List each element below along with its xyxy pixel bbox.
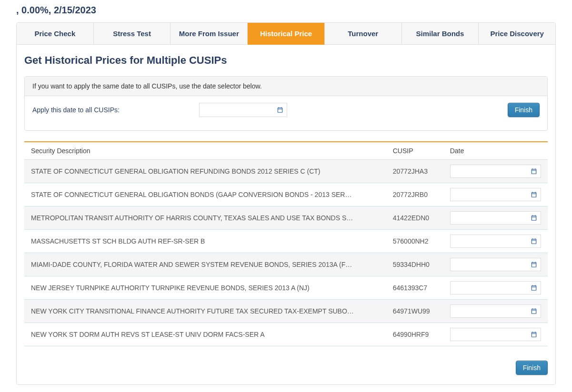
row-date-input[interactable]	[450, 258, 541, 271]
cusip-value: 6461393C7	[386, 276, 443, 300]
tab-panel: Price CheckStress TestMore From IssuerHi…	[16, 22, 556, 385]
page-title: , 0.00%, 2/15/2023	[16, 5, 556, 16]
tab-more-from-issuer[interactable]: More From Issuer	[171, 23, 248, 45]
row-date-wrap	[450, 165, 541, 178]
row-date-wrap	[450, 304, 541, 318]
col-header-description: Security Description	[24, 142, 386, 160]
cusip-value: 64990HRF9	[386, 323, 443, 346]
row-date-input[interactable]	[450, 211, 541, 225]
cusip-value: 41422EDN0	[386, 206, 443, 230]
col-header-date: Date	[443, 142, 548, 160]
finish-button-bottom[interactable]: Finish	[516, 361, 548, 375]
row-date-input[interactable]	[450, 304, 541, 318]
tab-price-check[interactable]: Price Check	[17, 23, 94, 45]
row-date-input[interactable]	[450, 328, 541, 341]
col-header-cusip: CUSIP	[386, 142, 443, 160]
security-description: NEW YORK ST DORM AUTH REVS ST LEASE-ST U…	[31, 331, 355, 338]
tab-row: Price CheckStress TestMore From IssuerHi…	[17, 23, 555, 45]
apply-date-input[interactable]	[199, 103, 287, 117]
row-date-wrap	[450, 235, 541, 248]
row-date-input[interactable]	[450, 281, 541, 294]
row-date-input[interactable]	[450, 188, 541, 201]
cusip-table: Security Description CUSIP Date STATE OF…	[24, 141, 548, 346]
security-description: METROPOLITAN TRANSIT AUTHORITY OF HARRIS…	[31, 214, 355, 222]
finish-button-top[interactable]: Finish	[508, 103, 540, 117]
table-row: STATE OF CONNECTICUT GENERAL OBLIGATION …	[24, 183, 548, 206]
apply-date-label: Apply this date to all CUSIPs:	[32, 106, 190, 114]
security-description: NEW YORK CITY TRANSITIONAL FINANCE AUTHO…	[31, 307, 355, 315]
cusip-value: 576000NH2	[386, 230, 443, 253]
row-date-wrap	[450, 258, 541, 271]
table-row: METROPOLITAN TRANSIT AUTHORITY OF HARRIS…	[24, 206, 548, 230]
tab-price-discovery[interactable]: Price Discovery	[479, 23, 555, 45]
cusip-value: 20772JRB0	[386, 183, 443, 206]
security-description: STATE OF CONNECTICUT GENERAL OBLIGATION …	[31, 167, 355, 175]
table-row: NEW YORK ST DORM AUTH REVS ST LEASE-ST U…	[24, 323, 548, 346]
security-description: NEW JERSEY TURNPIKE AUTHORITY TURNPIKE R…	[31, 284, 355, 292]
security-description: MASSACHUSETTS ST SCH BLDG AUTH REF-SR-SE…	[31, 237, 355, 245]
row-date-wrap	[450, 328, 541, 341]
section-title: Get Historical Prices for Multiple CUSIP…	[24, 54, 548, 67]
cusip-value: 20772JHA3	[386, 160, 443, 183]
row-date-wrap	[450, 211, 541, 225]
apply-date-input-wrap	[199, 103, 287, 117]
row-date-wrap	[450, 188, 541, 201]
table-row: MASSACHUSETTS ST SCH BLDG AUTH REF-SR-SE…	[24, 230, 548, 253]
row-date-input[interactable]	[450, 165, 541, 178]
table-row: MIAMI-DADE COUNTY, FLORIDA WATER AND SEW…	[24, 253, 548, 276]
tab-body-historical-price: Get Historical Prices for Multiple CUSIP…	[17, 45, 555, 384]
table-row: NEW YORK CITY TRANSITIONAL FINANCE AUTHO…	[24, 300, 548, 323]
cusip-value: 59334DHH0	[386, 253, 443, 276]
table-row: NEW JERSEY TURNPIKE AUTHORITY TURNPIKE R…	[24, 276, 548, 300]
cusip-value: 64971WU99	[386, 300, 443, 323]
row-date-input[interactable]	[450, 235, 541, 248]
row-date-wrap	[450, 281, 541, 294]
security-description: STATE OF CONNECTICUT GENERAL OBLIGATION …	[31, 191, 355, 198]
apply-date-panel-header: If you want to apply the same date to al…	[25, 77, 547, 96]
apply-date-panel: If you want to apply the same date to al…	[24, 76, 548, 131]
tab-turnover[interactable]: Turnover	[325, 23, 402, 45]
table-row: STATE OF CONNECTICUT GENERAL OBLIGATION …	[24, 160, 548, 183]
tab-stress-test[interactable]: Stress Test	[94, 23, 171, 45]
tab-historical-price[interactable]: Historical Price	[248, 23, 325, 45]
tab-similar-bonds[interactable]: Similar Bonds	[402, 23, 479, 45]
security-description: MIAMI-DADE COUNTY, FLORIDA WATER AND SEW…	[31, 261, 355, 268]
